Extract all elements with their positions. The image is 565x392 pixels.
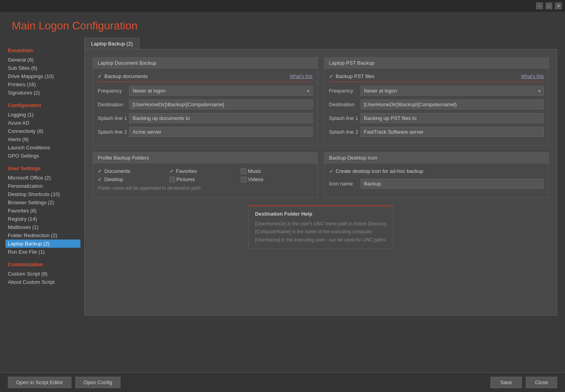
- section-grid-bottom: Profile Backup Folders ✓ Documents ✓ Fav…: [93, 152, 549, 198]
- folder-desktop-checkmark: ✓: [98, 176, 102, 182]
- minimize-button[interactable]: −: [536, 2, 543, 9]
- folder-favorites-checkmark: ✓: [170, 168, 174, 174]
- pst-splash2-row: Splash line 2: [329, 127, 544, 137]
- app-body: Essentials General (6) Sub Sites (6) Dri…: [0, 38, 565, 372]
- sidebar-item-msoffice[interactable]: Microsoft Office (2): [8, 174, 80, 182]
- folder-desktop[interactable]: ✓ Desktop: [98, 176, 170, 182]
- sidebar-item-desktopshortcuts[interactable]: Desktop Shortcuts (10): [8, 190, 80, 198]
- bottom-right: Save Close: [490, 377, 557, 388]
- open-config-button[interactable]: Open Config: [75, 377, 120, 388]
- sidebar-section-essentials: Essentials: [8, 47, 80, 53]
- pst-backup-section: Laptop PST Backup ✓ Backup PST files Wha…: [324, 57, 549, 146]
- pst-destination-input[interactable]: [361, 100, 544, 109]
- bottom-bar: Open in Script Editor Open Config Save C…: [0, 372, 565, 392]
- create-icon-label: Create desktop icon for ad-hoc backup: [336, 168, 423, 174]
- pst-splash2-label: Splash line 2: [329, 129, 361, 135]
- doc-backup-checkbox-label[interactable]: ✓ Backup documents: [98, 73, 148, 79]
- save-button[interactable]: Save: [490, 377, 522, 388]
- sidebar-item-laptopbackup[interactable]: Laptop Backup (2): [5, 240, 80, 248]
- sidebar-item-printers[interactable]: Printers (16): [8, 80, 80, 89]
- folder-videos-label: Videos: [248, 176, 264, 182]
- doc-destination-input[interactable]: [129, 100, 313, 109]
- folder-documents[interactable]: ✓ Documents: [98, 168, 170, 174]
- help-line-0: [UserHomeDir] is the user's UNC home pat…: [255, 220, 386, 228]
- sidebar-item-logging[interactable]: Logging (1): [8, 111, 80, 119]
- pst-frequency-select-wrapper: Never at logon Always at logon Once dail…: [361, 86, 544, 96]
- sidebar-item-drivemappings[interactable]: Drive Mappings (10): [8, 72, 80, 80]
- sidebar-item-runexefile[interactable]: Run Exe File (1): [8, 248, 80, 256]
- tab-laptopbackup[interactable]: Laptop Backup (2): [84, 38, 139, 49]
- sidebar-item-general[interactable]: General (6): [8, 56, 80, 64]
- pst-backup-body: ✓ Backup PST files What's this Frequency…: [324, 69, 549, 145]
- desktop-icon-section: Backup Desktop Icon ✓ Create desktop ico…: [324, 152, 549, 198]
- profile-folders-body: ✓ Documents ✓ Favorites Music: [93, 163, 317, 196]
- folder-music[interactable]: Music: [241, 168, 313, 174]
- doc-frequency-row: Frequency Never at logon Always at logon…: [98, 86, 313, 96]
- doc-splash1-row: Splash line 1: [98, 113, 313, 123]
- folder-pictures[interactable]: Pictures: [170, 176, 241, 182]
- create-icon-checkmark: ✓: [329, 168, 334, 174]
- folder-pictures-checkbox[interactable]: [170, 177, 175, 182]
- doc-backup-checkmark: ✓: [98, 73, 102, 79]
- sidebar-section-configuration: Configuration: [8, 102, 80, 108]
- pst-splash1-input[interactable]: [361, 113, 544, 123]
- tab-bar: Laptop Backup (2): [84, 38, 557, 49]
- sidebar-item-connectivity[interactable]: Connectivity (8): [8, 127, 80, 135]
- doc-frequency-select-wrapper: Never at logon Always at logon Once dail…: [129, 86, 313, 96]
- sidebar-item-favorites[interactable]: Favorites (8): [8, 207, 80, 215]
- folder-favorites[interactable]: ✓ Favorites: [170, 168, 241, 174]
- sidebar-item-browsersettings[interactable]: Browser Settings (2): [8, 198, 80, 207]
- doc-backup-label: Backup documents: [104, 73, 148, 79]
- folder-music-label: Music: [248, 168, 261, 174]
- create-icon-row: ✓ Create desktop icon for ad-hoc backup: [329, 168, 544, 174]
- folder-favorites-label: Favorites: [176, 168, 197, 174]
- pst-frequency-row: Frequency Never at logon Always at logon…: [329, 86, 544, 96]
- icon-name-row: Icon name: [329, 179, 544, 189]
- sidebar-item-mailboxes[interactable]: Mailboxes (1): [8, 223, 80, 231]
- profile-folders-section: Profile Backup Folders ✓ Documents ✓ Fav…: [93, 152, 318, 198]
- create-icon-checkbox-label[interactable]: ✓ Create desktop icon for ad-hoc backup: [329, 168, 544, 174]
- pst-frequency-select[interactable]: Never at logon Always at logon Once dail…: [361, 86, 544, 96]
- folder-videos-checkbox[interactable]: [241, 177, 246, 182]
- doc-splash1-input[interactable]: [129, 113, 313, 123]
- pst-splash1-row: Splash line 1: [329, 113, 544, 123]
- app-window: Main Logon Configuration Essentials Gene…: [0, 12, 565, 392]
- sidebar-item-personalization[interactable]: Personalization: [8, 182, 80, 190]
- help-section: Destination Folder Help [UserHomeDir] is…: [248, 205, 393, 249]
- sidebar-item-subsites[interactable]: Sub Sites (6): [8, 64, 80, 72]
- sidebar-item-alerts[interactable]: Alerts (9): [8, 135, 80, 143]
- pst-backup-whats-this[interactable]: What's this: [521, 74, 544, 79]
- restore-button[interactable]: □: [545, 2, 552, 9]
- doc-backup-whats-this[interactable]: What's this: [290, 74, 312, 79]
- sidebar-item-azuread[interactable]: Azure AD: [8, 119, 80, 127]
- sidebar-section-customization: Customization: [8, 261, 80, 267]
- pst-splash2-input[interactable]: [361, 127, 544, 137]
- sidebar-item-signatures[interactable]: Signatures (2): [8, 89, 80, 97]
- sidebar-item-registry[interactable]: Registry (14): [8, 215, 80, 223]
- open-script-editor-button[interactable]: Open in Script Editor: [8, 377, 71, 388]
- folder-music-checkbox[interactable]: [241, 169, 246, 174]
- pst-backup-checkbox-label[interactable]: ✓ Backup PST files: [329, 73, 375, 79]
- icon-name-input[interactable]: [361, 179, 544, 189]
- doc-backup-section: Laptop Document Backup ✓ Backup document…: [93, 57, 318, 146]
- sidebar-section-usersettings: User Settings: [8, 165, 80, 171]
- help-text: [UserHomeDir] is the user's UNC home pat…: [255, 220, 386, 244]
- desktop-icon-body: ✓ Create desktop icon for ad-hoc backup …: [324, 163, 549, 197]
- sidebar-item-aboutcustomscript[interactable]: About Custom Script: [8, 278, 80, 286]
- folder-videos[interactable]: Videos: [241, 176, 313, 182]
- pst-backup-header-row: ✓ Backup PST files What's this: [329, 73, 544, 82]
- help-title: Destination Folder Help: [255, 211, 386, 217]
- close-window-button[interactable]: ✕: [555, 2, 562, 9]
- sidebar-item-gposettings[interactable]: GPO Settings: [8, 152, 80, 160]
- sidebar-item-launchconditions[interactable]: Launch Conditions: [8, 143, 80, 152]
- doc-frequency-select[interactable]: Never at logon Always at logon Once dail…: [129, 86, 313, 96]
- sidebar-item-customscript[interactable]: Custom Script (8): [8, 270, 80, 278]
- doc-splash2-input[interactable]: [129, 127, 313, 137]
- doc-backup-header-row: ✓ Backup documents What's this: [98, 73, 313, 82]
- help-line-1: [ComputerName] is the name of the execut…: [255, 228, 386, 236]
- close-button[interactable]: Close: [526, 377, 557, 388]
- folder-desktop-label: Desktop: [104, 176, 123, 182]
- pst-destination-label: Destination: [329, 102, 361, 107]
- sidebar-item-folderredirection[interactable]: Folder Redirection (2): [8, 231, 80, 240]
- doc-destination-row: Destination: [98, 100, 313, 109]
